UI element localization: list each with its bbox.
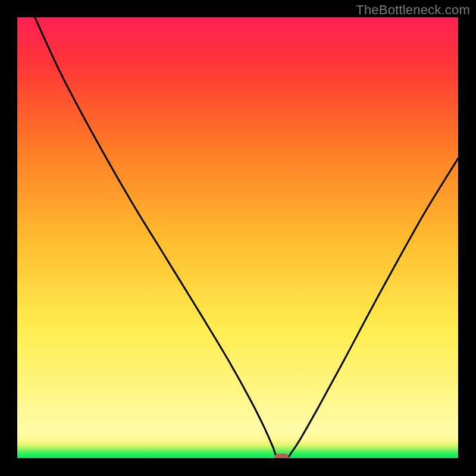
watermark-text: TheBottleneck.com bbox=[356, 2, 470, 18]
gradient-plot-area bbox=[17, 17, 458, 458]
chart-frame: TheBottleneck.com bbox=[0, 0, 476, 476]
